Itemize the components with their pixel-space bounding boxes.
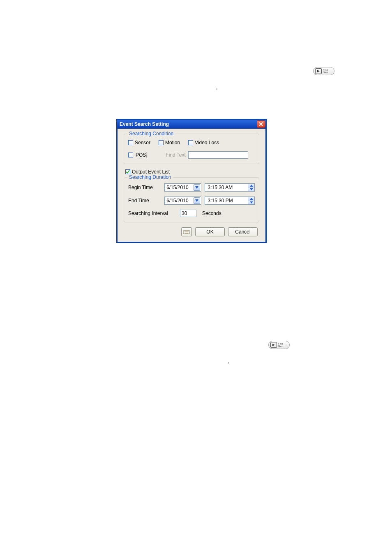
svg-marker-6 <box>195 199 198 202</box>
sensor-checkbox[interactable]: Sensor <box>128 140 150 146</box>
ok-button[interactable]: OK <box>195 227 225 236</box>
motion-label: Motion <box>165 140 180 146</box>
searching-condition-group: Searching Condition Sensor Motion Video … <box>124 134 259 164</box>
spin-down-button[interactable] <box>248 187 254 192</box>
spin-down-button[interactable] <box>248 201 254 205</box>
searching-interval-label: Searching Interval <box>128 210 180 216</box>
begin-date-picker[interactable]: 6/15/2010 <box>164 183 201 192</box>
close-button[interactable] <box>257 120 265 128</box>
end-date-picker[interactable]: 6/15/2010 <box>164 197 201 205</box>
searching-duration-legend: Searching Duration <box>127 174 173 180</box>
searching-interval-input[interactable] <box>180 210 196 217</box>
keyboard-icon <box>183 230 190 234</box>
begin-time-label: Begin Time <box>128 185 164 190</box>
sensor-label: Sensor <box>135 140 150 146</box>
dialog-title: Event Search Setting <box>120 121 169 127</box>
searching-duration-group: Searching Duration Begin Time 6/15/2010 … <box>124 177 259 222</box>
svg-marker-12 <box>272 344 275 346</box>
play-icon <box>315 68 322 74</box>
chevron-down-icon <box>194 184 200 191</box>
find-next-button-2[interactable]: FindNext <box>268 341 290 349</box>
close-icon <box>259 122 263 126</box>
end-time-value: 3:15:30 PM <box>205 197 248 204</box>
motion-checkbox[interactable]: Motion <box>159 140 180 146</box>
find-text-label: Find Text <box>166 152 185 158</box>
video-loss-label: Video Loss <box>195 140 219 146</box>
end-time-label: End Time <box>128 198 164 204</box>
svg-marker-7 <box>250 198 253 200</box>
output-event-list-checkbox[interactable]: Output Event List <box>125 169 259 175</box>
begin-time-spinner[interactable]: 3:15:30 AM <box>205 183 255 192</box>
end-time-spinner[interactable]: 3:15:30 PM <box>205 197 255 205</box>
svg-rect-9 <box>183 231 190 234</box>
searching-condition-legend: Searching Condition <box>127 131 175 136</box>
spin-up-button[interactable] <box>248 197 254 201</box>
find-text-input[interactable] <box>188 151 248 159</box>
punctuation-mark: , <box>216 85 217 90</box>
end-date-value: 6/15/2010 <box>166 198 188 204</box>
svg-marker-3 <box>195 186 198 189</box>
keyboard-button[interactable] <box>181 227 192 236</box>
find-next-label-2: FindNext <box>278 342 283 347</box>
svg-marker-4 <box>250 185 253 187</box>
svg-marker-8 <box>250 201 253 204</box>
punctuation-mark: , <box>228 358 229 364</box>
cancel-button[interactable]: Cancel <box>228 227 258 236</box>
svg-marker-5 <box>250 188 253 190</box>
play-icon <box>270 342 277 348</box>
svg-marker-0 <box>317 70 320 72</box>
spin-up-button[interactable] <box>248 184 254 187</box>
begin-date-value: 6/15/2010 <box>166 185 188 190</box>
find-next-label-1: FindNext <box>323 69 328 74</box>
event-search-setting-dialog: Event Search Setting Searching Condition… <box>116 119 267 243</box>
dialog-titlebar: Event Search Setting <box>117 120 266 129</box>
video-loss-checkbox[interactable]: Video Loss <box>188 140 219 146</box>
find-next-button-1[interactable]: FindNext <box>313 67 334 75</box>
chevron-down-icon <box>194 197 200 204</box>
begin-time-value: 3:15:30 AM <box>205 184 248 191</box>
interval-unit-label: Seconds <box>202 210 221 216</box>
pos-checkbox[interactable]: POS <box>128 152 147 158</box>
output-event-list-label: Output Event List <box>132 169 170 175</box>
pos-label: POS <box>135 152 147 158</box>
